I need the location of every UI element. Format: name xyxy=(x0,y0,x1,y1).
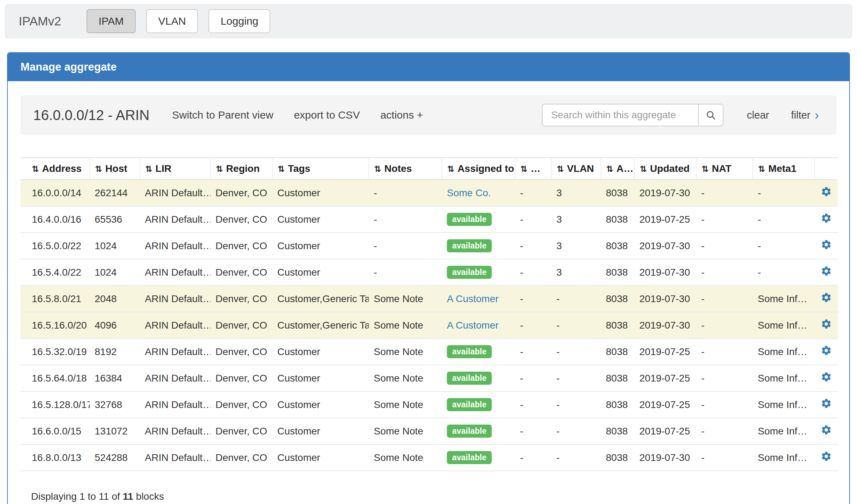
cell-acol: 8038 xyxy=(601,444,634,471)
export-csv-link[interactable]: export to CSV xyxy=(294,109,360,121)
row-settings-button[interactable] xyxy=(821,371,832,383)
cell-meta1: Some Inf… xyxy=(753,312,815,338)
cell-notes: Some Note xyxy=(369,338,442,365)
filter-link[interactable]: filter › xyxy=(791,109,819,121)
cell-vlan: 3 xyxy=(551,206,601,233)
column-header-region[interactable]: ⇅Region xyxy=(211,158,272,180)
cell-meta1: Some Inf… xyxy=(753,365,815,391)
table-row: 16.5.128.0/1732768ARIN Default…Denver, C… xyxy=(20,391,838,418)
cell-assigned: available xyxy=(442,444,515,471)
cell-acol: 8038 xyxy=(601,286,634,312)
brand-logo[interactable]: IPAMv2 xyxy=(19,14,61,28)
cell-actions xyxy=(815,259,838,286)
cell-tags: Customer,Generic Tag xyxy=(272,312,369,338)
search-input[interactable] xyxy=(542,104,698,126)
availability-badge: available xyxy=(447,372,492,385)
cell-c8: - xyxy=(515,418,551,444)
sort-icon: ⇅ xyxy=(95,164,102,174)
cell-actions xyxy=(815,206,838,233)
row-settings-button[interactable] xyxy=(821,292,832,303)
table-header-row: ⇅Address⇅Host⇅LIR⇅Region⇅Tags⇅Notes⇅Assi… xyxy=(20,158,838,180)
sort-icon: ⇅ xyxy=(606,164,613,174)
row-settings-button[interactable] xyxy=(821,265,832,277)
cell-host: 131072 xyxy=(90,418,140,444)
search-button[interactable] xyxy=(698,104,723,126)
footer-text-prefix: Displaying 1 to 11 of xyxy=(31,491,123,502)
sort-icon: ⇅ xyxy=(216,164,223,174)
column-header-actions xyxy=(815,158,838,180)
sort-icon: ⇅ xyxy=(640,164,647,174)
chevron-right-icon: › xyxy=(815,110,819,120)
cell-actions xyxy=(815,338,838,365)
row-settings-button[interactable] xyxy=(821,318,832,330)
row-settings-button[interactable] xyxy=(821,345,832,356)
cell-vlan: - xyxy=(551,312,601,338)
nav-tab-logging[interactable]: Logging xyxy=(208,9,270,33)
cell-region: Denver, CO xyxy=(211,365,272,391)
gear-icon xyxy=(821,398,832,409)
column-header-updated[interactable]: ⇅Updated xyxy=(634,158,696,180)
cell-meta1: Some Inf… xyxy=(753,286,815,312)
cell-nat: - xyxy=(696,365,753,391)
column-label: A… xyxy=(616,163,633,174)
table-row: 16.5.8.0/212048ARIN Default…Denver, COCu… xyxy=(20,286,838,312)
cell-vlan: - xyxy=(551,391,601,418)
assigned-customer-link[interactable]: Some Co. xyxy=(447,187,491,198)
row-settings-button[interactable] xyxy=(821,239,832,250)
search-group xyxy=(542,104,723,126)
cell-host: 524288 xyxy=(90,444,140,471)
assigned-customer-link[interactable]: A Customer xyxy=(447,293,498,304)
top-navbar: IPAMv2 IPAMVLANLogging xyxy=(5,4,852,38)
cell-region: Denver, CO xyxy=(211,444,272,471)
clear-filter-link[interactable]: clear xyxy=(747,109,769,121)
gear-icon xyxy=(821,265,832,277)
cell-tags: Customer xyxy=(272,180,369,206)
cell-host: 8192 xyxy=(90,338,140,365)
column-header-address[interactable]: ⇅Address xyxy=(20,158,90,180)
column-header-truncated[interactable]: ⇅… xyxy=(515,158,551,180)
cell-actions xyxy=(815,444,838,471)
cell-meta1: Some Inf… xyxy=(753,391,815,418)
nav-tab-ipam[interactable]: IPAM xyxy=(87,9,136,33)
column-label: Region xyxy=(226,163,260,174)
actions-menu-link[interactable]: actions + xyxy=(380,109,423,121)
assigned-customer-link[interactable]: A Customer xyxy=(447,320,498,331)
cell-actions xyxy=(815,391,838,418)
sort-icon: ⇅ xyxy=(557,164,564,174)
switch-parent-view-link[interactable]: Switch to Parent view xyxy=(172,109,273,121)
column-label: Assigned to xyxy=(457,163,514,174)
column-header-host[interactable]: ⇅Host xyxy=(90,158,140,180)
nav-tab-vlan[interactable]: VLAN xyxy=(146,9,198,33)
row-settings-button[interactable] xyxy=(821,398,832,409)
column-header-nat[interactable]: ⇅NAT xyxy=(696,158,753,180)
cell-actions xyxy=(815,233,838,259)
footer-count: 11 xyxy=(123,491,133,502)
cell-updated: 2019-07-30 xyxy=(634,286,696,312)
cell-tags: Customer xyxy=(272,418,369,444)
gear-icon xyxy=(821,318,832,330)
cell-actions xyxy=(815,365,838,391)
row-settings-button[interactable] xyxy=(821,451,832,462)
cell-acol: 8038 xyxy=(601,206,634,233)
column-header-tags[interactable]: ⇅Tags xyxy=(272,158,369,180)
search-icon xyxy=(705,110,716,120)
cell-c8: - xyxy=(515,338,551,365)
table-row: 16.5.64.0/1816384ARIN Default…Denver, CO… xyxy=(20,365,838,391)
row-settings-button[interactable] xyxy=(821,186,832,197)
cell-c8: - xyxy=(515,206,551,233)
column-header-lir[interactable]: ⇅LIR xyxy=(140,158,211,180)
column-header-notes[interactable]: ⇅Notes xyxy=(369,158,442,180)
row-settings-button[interactable] xyxy=(821,212,832,224)
column-header-assigned-to[interactable]: ⇅Assigned to xyxy=(442,158,515,180)
availability-badge: available xyxy=(447,239,492,252)
column-header-a-truncated[interactable]: ⇅A… xyxy=(601,158,634,180)
sort-icon: ⇅ xyxy=(374,164,381,174)
row-settings-button[interactable] xyxy=(821,424,832,436)
column-header-vlan[interactable]: ⇅VLAN xyxy=(551,158,601,180)
column-header-meta1[interactable]: ⇅Meta1 xyxy=(753,158,815,180)
cell-updated: 2019-07-30 xyxy=(634,259,696,286)
cell-tags: Customer xyxy=(272,444,369,471)
cell-address: 16.5.32.0/19 xyxy=(20,338,90,365)
cell-address: 16.5.0.0/22 xyxy=(20,233,90,259)
cell-updated: 2019-07-25 xyxy=(634,338,696,365)
